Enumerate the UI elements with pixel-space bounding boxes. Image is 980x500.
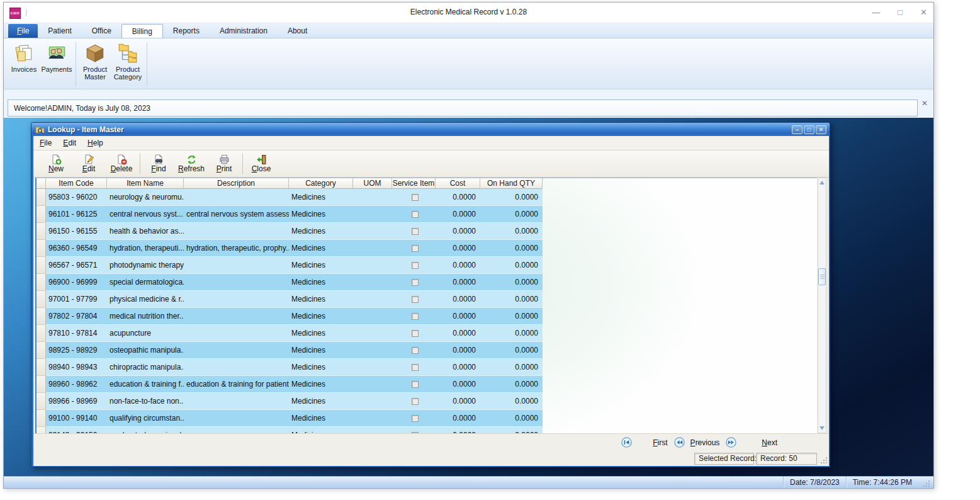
cell-item-code: 96900 - 96999 (46, 274, 107, 291)
close-window-button[interactable]: Close (245, 154, 278, 173)
scroll-up-icon[interactable] (818, 178, 826, 187)
table-row[interactable]: 97001 - 97799physical medicine & r...Med… (37, 291, 817, 308)
table-row[interactable]: 98960 - 98962education & training f...ed… (37, 376, 817, 393)
window-resize-grip[interactable] (918, 477, 933, 488)
col-description[interactable]: Description (184, 178, 289, 189)
lookup-titlebar[interactable]: Lookup - Item Master – □ ✕ (31, 123, 830, 136)
table-row[interactable]: 96567 - 96571photodynamic therapyMedicin… (37, 257, 817, 274)
col-on-hand-qty[interactable]: On Hand QTY (480, 178, 543, 189)
menu-help[interactable]: Help (87, 139, 103, 147)
cell-category: Medicines (289, 376, 353, 393)
ribbon-billing: Invoices Payments (4, 38, 933, 89)
product-category-button[interactable]: Product Category (112, 41, 144, 88)
service-item-checkbox[interactable] (412, 279, 419, 286)
service-item-checkbox[interactable] (412, 211, 419, 218)
cell-item-name: health & behavior as... (107, 223, 184, 240)
tab-office[interactable]: Office (82, 24, 121, 38)
service-item-checkbox[interactable] (412, 364, 419, 371)
col-cost[interactable]: Cost (436, 178, 480, 189)
cell-item-name: acupuncture (107, 325, 184, 342)
service-item-checkbox[interactable] (412, 194, 419, 201)
cell-description (184, 410, 289, 427)
table-row[interactable]: 96900 - 96999special dermatologica...Med… (37, 274, 817, 291)
next-button[interactable]: Next (762, 438, 777, 447)
row-selector (37, 257, 46, 274)
tab-patient[interactable]: Patient (38, 24, 81, 38)
welcome-close-icon[interactable]: ✕ (920, 98, 930, 108)
cell-cost: 0.0000 (436, 342, 480, 359)
table-row[interactable]: 99143 - 99150moderate (conscious)Medicin… (37, 427, 817, 433)
table-row[interactable]: 99100 - 99140qualifying circumstan...Med… (37, 410, 817, 427)
table-row[interactable]: 98940 - 98943chiropractic manipula...Med… (37, 359, 817, 376)
cell-service-item (392, 342, 436, 359)
cell-description: hydration, therapeutic, prophy... (184, 240, 289, 257)
col-service-item[interactable]: Service Item (392, 178, 436, 189)
table-row[interactable]: 96360 - 96549hydration, therapeuti...hyd… (37, 240, 817, 257)
refresh-button[interactable]: Refresh (175, 154, 208, 173)
grid-vertical-scrollbar[interactable] (818, 178, 826, 433)
lookup-maximize-button[interactable]: □ (804, 125, 814, 134)
service-item-checkbox[interactable] (412, 228, 419, 235)
col-uom[interactable]: UOM (353, 178, 392, 189)
resize-grip-icon[interactable] (821, 457, 828, 464)
tab-billing[interactable]: Billing (121, 24, 163, 38)
service-item-checkbox[interactable] (412, 347, 419, 354)
menu-file[interactable]: File (40, 139, 52, 147)
cell-item-name: central nervous syst... (107, 206, 184, 223)
col-category[interactable]: Category (289, 178, 353, 189)
service-item-checkbox[interactable] (412, 398, 419, 405)
service-item-checkbox[interactable] (412, 381, 419, 388)
cell-uom (353, 376, 392, 393)
scroll-thumb[interactable] (818, 268, 826, 285)
service-item-checkbox[interactable] (412, 245, 419, 252)
menu-edit[interactable]: Edit (63, 139, 76, 147)
lookup-close-button[interactable]: ✕ (816, 125, 826, 134)
lookup-minimize-button[interactable]: – (792, 125, 803, 134)
tab-administration[interactable]: Administration (210, 24, 278, 38)
payments-button[interactable]: Payments (41, 41, 72, 88)
delete-button[interactable]: Delete (105, 154, 138, 173)
product-category-label: Product Category (112, 65, 144, 81)
minimize-button[interactable]: — (872, 6, 880, 19)
product-category-icon (117, 42, 138, 64)
col-item-code[interactable]: Item Code (46, 178, 107, 189)
find-button[interactable]: Find (142, 154, 175, 173)
cell-on-hand-qty: 0.0000 (480, 189, 543, 206)
invoices-button[interactable]: Invoices (8, 41, 40, 88)
tab-about[interactable]: About (278, 24, 317, 38)
service-item-checkbox[interactable] (412, 262, 419, 269)
close-button[interactable]: ✕ (920, 6, 927, 19)
service-item-checkbox[interactable] (412, 415, 419, 422)
cell-cost: 0.0000 (436, 410, 480, 427)
cell-category: Medicines (289, 257, 353, 274)
new-button[interactable]: New (40, 154, 72, 173)
scroll-down-icon[interactable] (818, 424, 826, 433)
service-item-checkbox[interactable] (412, 296, 419, 303)
first-button[interactable]: First (653, 438, 667, 447)
service-item-checkbox[interactable] (412, 313, 419, 320)
table-row[interactable]: 98925 - 98929osteopathic manipula...Medi… (37, 342, 817, 359)
next-record-icon[interactable] (726, 437, 736, 448)
first-record-icon[interactable] (621, 437, 632, 448)
cell-item-name: moderate (conscious) (107, 427, 184, 433)
table-row[interactable]: 98966 - 98969non-face-to-face non...Medi… (37, 393, 817, 410)
product-master-button[interactable]: Product Master (79, 41, 111, 88)
tab-file[interactable]: File (8, 24, 38, 38)
table-row[interactable]: 97810 - 97814acupunctureMedicines0.00000… (37, 325, 817, 342)
table-row[interactable]: 95803 - 96020neurology & neuromu...Medic… (37, 189, 817, 206)
table-row[interactable]: 96101 - 96125central nervous syst...cent… (37, 206, 817, 223)
print-button[interactable]: Print (208, 154, 240, 173)
table-row[interactable]: 96150 - 96155health & behavior as...Medi… (37, 223, 817, 240)
welcome-text: Welcome!ADMIN, Today is July 08, 2023 (14, 104, 150, 113)
tab-reports[interactable]: Reports (163, 24, 210, 38)
cell-service-item (392, 325, 436, 342)
table-row[interactable]: 97802 - 97804medical nutrition ther...Me… (37, 308, 817, 325)
maximize-button[interactable]: □ (898, 6, 903, 19)
ribbon-separator (76, 42, 76, 86)
service-item-checkbox[interactable] (412, 330, 419, 337)
edit-button[interactable]: Edit (72, 154, 105, 173)
cell-cost: 0.0000 (436, 291, 480, 308)
col-item-name[interactable]: Item Name (107, 178, 184, 189)
previous-button[interactable]: Previous (690, 438, 720, 447)
previous-record-icon[interactable] (674, 437, 685, 448)
